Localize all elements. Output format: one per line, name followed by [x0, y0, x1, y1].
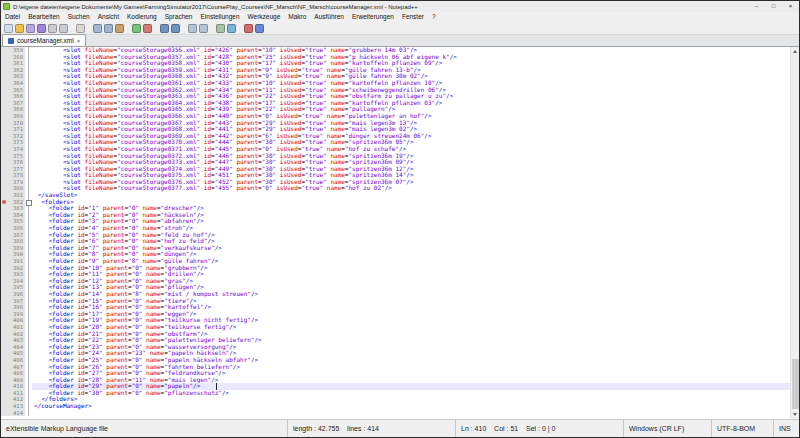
- status-encoding[interactable]: UTF-8-BOM: [711, 420, 773, 437]
- fold-margin: [25, 344, 32, 351]
- fold-toggle-icon[interactable]: [25, 199, 32, 206]
- fold-margin: [25, 304, 32, 311]
- bookmark-margin: [1, 396, 6, 403]
- line-number: 400: [6, 317, 25, 324]
- show-all-characters-icon[interactable]: [227, 24, 236, 33]
- code-line[interactable]: 412 </folders>: [1, 396, 790, 403]
- fold-margin: [25, 113, 32, 120]
- tab-coursemanager-xml[interactable]: courseManager.xml ×: [2, 34, 86, 46]
- tab-close-icon[interactable]: ×: [77, 38, 81, 44]
- notepad-plus-plus-app-icon: [3, 3, 10, 10]
- code-line[interactable]: 381 </saveSlot>: [1, 192, 790, 199]
- close-file-icon[interactable]: [48, 24, 57, 33]
- code-text: </saveSlot>: [32, 192, 790, 199]
- fold-margin: [25, 179, 32, 186]
- redo-icon[interactable]: [143, 24, 152, 33]
- bookmark-margin: [1, 284, 6, 291]
- menu-item-bearbeiten[interactable]: Bearbeiten: [24, 12, 63, 22]
- menu-item-kodierung[interactable]: Kodierung: [123, 12, 161, 22]
- menu-item-makro[interactable]: Makro: [284, 12, 310, 22]
- code-text: <slot fileName="courseStorage0377.xml" i…: [32, 185, 790, 192]
- word-wrap-icon[interactable]: [216, 24, 225, 33]
- menu-item-help[interactable]: ?: [428, 12, 440, 22]
- fold-margin: [25, 93, 32, 100]
- status-insert-mode[interactable]: INS: [773, 420, 799, 437]
- menu-item-einstellungen[interactable]: Einstellungen: [196, 12, 243, 22]
- close-all-icon[interactable]: [59, 24, 68, 33]
- bookmark-margin: [1, 87, 6, 94]
- line-number: 407: [6, 364, 25, 371]
- fold-margin: [25, 370, 32, 377]
- toolbar-separator: [70, 24, 74, 33]
- fold-margin: [25, 54, 32, 61]
- line-number: 408: [6, 370, 25, 377]
- line-number: 369: [6, 113, 25, 120]
- line-number: 382: [6, 199, 25, 206]
- menu-item-ansicht[interactable]: Ansicht: [94, 12, 123, 22]
- status-cursor-position: Ln : 410 Col : 51 Sel : 0 | 0: [455, 420, 623, 437]
- bookmark-margin: [1, 258, 6, 265]
- line-number: 397: [6, 298, 25, 305]
- paste-icon[interactable]: [115, 24, 124, 33]
- status-bar: eXtensible Markup Language file length :…: [1, 419, 799, 437]
- save-all-icon[interactable]: [37, 24, 46, 33]
- status-eol-format[interactable]: Windows (CR LF): [623, 420, 711, 437]
- bookmark-margin: [1, 192, 6, 199]
- copy-icon[interactable]: [104, 24, 113, 33]
- fold-margin: [25, 410, 32, 417]
- menu-item-sprachen[interactable]: Sprachen: [161, 12, 197, 22]
- scrollbar-thumb[interactable]: [792, 359, 799, 409]
- close-button[interactable]: ×: [782, 1, 799, 12]
- record-macro-icon[interactable]: [244, 24, 253, 33]
- current-code-line[interactable]: 410 <folder id="29" parent="0" name="pap…: [1, 383, 790, 390]
- cut-icon[interactable]: [93, 24, 102, 33]
- new-file-icon[interactable]: [4, 24, 13, 33]
- line-number: 377: [6, 166, 25, 173]
- menu-item-werkzeuge[interactable]: Werkzeuge: [244, 12, 285, 22]
- zoom-out-icon[interactable]: [199, 24, 208, 33]
- line-number: 364: [6, 80, 25, 87]
- line-number: 388: [6, 238, 25, 245]
- play-macro-icon[interactable]: [255, 24, 264, 33]
- menu-item-erweiterungen[interactable]: Erweiterungen: [348, 12, 398, 22]
- replace-icon[interactable]: [171, 24, 180, 33]
- scroll-up-arrow[interactable]: [791, 47, 799, 56]
- fold-margin: [25, 245, 32, 252]
- bookmark-margin: [1, 265, 6, 272]
- bookmark-margin: [1, 93, 6, 100]
- code-line[interactable]: 380 <slot fileName="courseStorage0377.xm…: [1, 185, 790, 192]
- bookmark-margin: [1, 153, 6, 160]
- code-line[interactable]: 414: [1, 410, 790, 417]
- find-icon[interactable]: [160, 24, 169, 33]
- maximize-button[interactable]: □: [765, 1, 782, 12]
- fold-margin: [25, 106, 32, 113]
- line-number: 398: [6, 304, 25, 311]
- fold-margin: [25, 139, 32, 146]
- menu-item-ausfhren[interactable]: Ausführen: [310, 12, 348, 22]
- line-number: 384: [6, 212, 25, 219]
- undo-icon[interactable]: [132, 24, 141, 33]
- code-line[interactable]: 411 <folder id="30" parent="0" name="pfl…: [1, 390, 790, 397]
- fold-margin: [25, 159, 32, 166]
- bookmark-margin: [1, 225, 6, 232]
- code-line[interactable]: 413</courseManager>: [1, 403, 790, 410]
- bookmark-margin: [1, 410, 6, 417]
- bookmark-margin: [1, 344, 6, 351]
- save-icon[interactable]: [26, 24, 35, 33]
- scroll-down-arrow[interactable]: [791, 410, 799, 419]
- toolbar-separator: [87, 24, 91, 33]
- open-file-icon[interactable]: [15, 24, 24, 33]
- bookmark-marker: [1, 199, 6, 206]
- editor[interactable]: 359 <slot fileName="courseStorage0356.xm…: [1, 47, 799, 419]
- zoom-in-icon[interactable]: [188, 24, 197, 33]
- fold-margin: [25, 133, 32, 140]
- menu-item-fenster[interactable]: Fenster: [398, 12, 428, 22]
- fold-margin: [25, 271, 32, 278]
- fold-margin: [25, 153, 32, 160]
- status-length-lines: length : 42.755 lines : 414: [287, 420, 455, 437]
- print-icon[interactable]: [76, 24, 85, 33]
- minimize-button[interactable]: –: [748, 1, 765, 12]
- menu-item-datei[interactable]: Datei: [1, 12, 24, 22]
- menu-item-suchen[interactable]: Suchen: [64, 12, 94, 22]
- vertical-scrollbar[interactable]: [790, 47, 799, 419]
